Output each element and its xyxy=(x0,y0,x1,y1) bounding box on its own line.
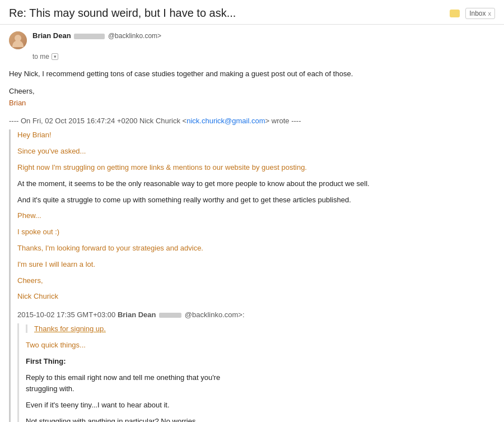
sender-email-redacted xyxy=(74,34,105,39)
closing-text: Cheers, xyxy=(9,87,35,95)
quoted-block-nick: Hey Brian! Since you've asked... Right n… xyxy=(9,129,495,422)
body-closing: Cheers, Brian xyxy=(9,86,495,109)
nested-meta-text: 2015-10-02 17:35 GMT+03:00 xyxy=(17,310,118,319)
sender-domain: @backlinko.com xyxy=(108,32,157,40)
nested-two-things: Two quick things... xyxy=(26,341,86,349)
inbox-close-button[interactable]: x xyxy=(488,10,492,17)
signature-name: Brian xyxy=(9,99,26,107)
nick-cheers: Cheers, xyxy=(17,275,495,287)
nested-quote-block: Thanks for signing up. Two quick things.… xyxy=(17,323,495,422)
nick-line-3: At the moment, it seems to be the only r… xyxy=(17,178,495,190)
nested-line-5: Even if it's teeny tiny...I want to hear… xyxy=(26,400,495,411)
nick-thanks: Thanks, I'm looking forward to your stra… xyxy=(17,243,495,254)
to-me-row: to me ▾ xyxy=(32,53,495,61)
email-subject: Re: This may sound weird, but I have to … xyxy=(9,7,440,20)
nick-greeting: Hey Brian! xyxy=(17,129,495,141)
sender-info: Brian Dean @backlinko.com> xyxy=(32,31,495,40)
email-window: Re: This may sound weird, but I have to … xyxy=(0,0,504,422)
to-me-dropdown[interactable]: ▾ xyxy=(52,53,58,60)
nick-spoke: I spoke out :) xyxy=(17,226,495,238)
label-icon xyxy=(450,10,460,17)
nick-line-2: Right now I'm struggling on getting more… xyxy=(17,162,495,174)
body-greeting: Hey Nick, I recommend getting tons of ca… xyxy=(9,68,495,80)
email-header: Re: This may sound weird, but I have to … xyxy=(0,0,504,25)
inbox-badge[interactable]: Inbox x xyxy=(465,8,495,19)
avatar xyxy=(9,31,27,49)
nested-line-3: First Thing: xyxy=(26,356,495,368)
nested-line-1: Thanks for signing up. xyxy=(26,323,495,335)
quote-header-end: > wrote ---- xyxy=(265,117,301,125)
nested-first-thing: First Thing: xyxy=(26,357,66,365)
nested-line-2: Two quick things... xyxy=(26,340,495,351)
nick-line-1: Since you've asked... xyxy=(17,146,495,157)
sender-email-domain: @backlinko.com> xyxy=(108,32,161,40)
nick-phew: Phew... xyxy=(17,210,495,222)
nested-line-6: Not struggling with anything in particul… xyxy=(26,416,495,422)
avatar-image xyxy=(9,31,27,49)
nick-line-4: And it's quite a struggle to come up wit… xyxy=(17,194,495,206)
sender-name: Brian Dean xyxy=(32,31,71,40)
main-content: Hey Nick, I recommend getting tons of ca… xyxy=(9,68,495,109)
nested-thanks: Thanks for signing up. xyxy=(26,324,106,333)
nested-line-4: Reply to this email right now and tell m… xyxy=(26,372,495,396)
to-me-label: to me xyxy=(32,53,49,61)
nested-email-redacted xyxy=(159,313,181,318)
quote-header: ---- On Fri, 02 Oct 2015 16:47:24 +0200 … xyxy=(9,117,495,125)
sender-row: Brian Dean @backlinko.com> xyxy=(9,31,495,49)
inbox-label: Inbox xyxy=(469,10,486,17)
quote-header-text: ---- On Fri, 02 Oct 2015 16:47:24 +0200 … xyxy=(9,117,186,125)
nick-signature: Nick Churick xyxy=(17,291,495,303)
nested-domain: @backlinko.com>: xyxy=(183,310,244,319)
nick-learn: I'm sure I will learn a lot. xyxy=(17,259,495,271)
email-body: Brian Dean @backlinko.com> to me ▾ Hey N… xyxy=(0,25,504,422)
nested-quote-meta: 2015-10-02 17:35 GMT+03:00 Brian Dean @b… xyxy=(17,310,495,319)
nested-sender-name: Brian Dean xyxy=(118,310,158,319)
quote-email-link[interactable]: nick.churick@gmail.com xyxy=(186,117,265,125)
